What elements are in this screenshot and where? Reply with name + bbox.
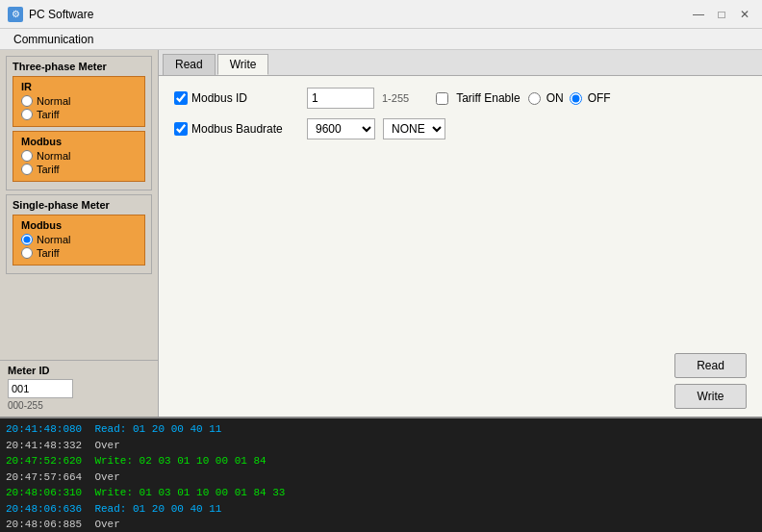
modbus-single-tariff-radio[interactable] (21, 247, 33, 259)
modbus-id-checkbox[interactable] (174, 91, 188, 105)
three-phase-title: Three-phase Meter (13, 61, 145, 72)
meter-id-section: Meter ID 000-255 (0, 360, 158, 417)
log-line: 20:48:06:885 Over (6, 517, 756, 532)
modbus-single-normal-label: Normal (37, 234, 70, 245)
left-top: Three-phase Meter IR Normal Tariff Modb (0, 50, 158, 360)
on-label: ON (546, 91, 564, 105)
off-radio[interactable] (570, 92, 582, 105)
meter-id-label: Meter ID (8, 365, 150, 376)
modbus-id-input[interactable] (307, 88, 374, 109)
close-button[interactable]: ✕ (735, 5, 754, 24)
title-bar-left: ⚙ PC Software (8, 7, 93, 22)
modbus-three-tariff-label: Tariff (37, 164, 60, 175)
modbus-id-label: Modbus ID (191, 91, 247, 105)
modbus-three-normal-radio[interactable] (21, 150, 33, 162)
tab-bar: Read Write (159, 50, 762, 76)
on-radio[interactable] (528, 92, 541, 105)
modbus-three-box: Modbus Normal Tariff (13, 131, 145, 182)
ir-title: IR (21, 81, 137, 92)
title-bar: ⚙ PC Software — □ ✕ (0, 0, 762, 29)
left-panel: Three-phase Meter IR Normal Tariff Modb (0, 50, 159, 417)
log-line: 20:41:48:080 Read: 01 20 00 40 11 (6, 421, 756, 438)
modbus-baudrate-label: Modbus Baudrate (191, 122, 283, 136)
ir-normal-label: Normal (37, 95, 70, 107)
btn-area: Read Write (674, 76, 762, 417)
parity-select[interactable]: NONE ODD EVEN (383, 118, 445, 139)
modbus-three-title: Modbus (21, 136, 137, 147)
modbus-single-tariff-row: Tariff (21, 247, 137, 259)
window-title: PC Software (29, 8, 93, 21)
tariff-enable-checkbox[interactable] (436, 92, 448, 105)
modbus-single-tariff-label: Tariff (37, 247, 60, 259)
modbus-id-range: 1-255 (382, 92, 409, 104)
minimize-button[interactable]: — (689, 5, 708, 24)
single-phase-section: Single-phase Meter Modbus Normal Tariff (6, 194, 152, 274)
modbus-three-normal-label: Normal (37, 150, 70, 162)
read-button[interactable]: Read (674, 353, 747, 378)
modbus-single-box: Modbus Normal Tariff (13, 215, 145, 266)
tab-read[interactable]: Read (163, 54, 216, 75)
tariff-enable-section: Tariff Enable ON OFF (436, 91, 611, 105)
modbus-three-tariff-row: Tariff (21, 164, 137, 175)
meter-id-input[interactable] (8, 379, 73, 398)
form-area: Modbus ID 1-255 Tariff Enable ON OFF (159, 76, 674, 417)
on-off-group: ON OFF (528, 91, 611, 105)
tariff-enable-label: Tariff Enable (456, 91, 521, 105)
off-label: OFF (588, 91, 611, 105)
baudrate-select[interactable]: 9600 19200 38400 57600 115200 (307, 118, 375, 139)
right-panel: Read Write Modbus ID 1-255 Tariff Enable (159, 50, 762, 417)
ir-tariff-row: Tariff (21, 109, 137, 120)
ir-box: IR Normal Tariff (13, 76, 145, 127)
write-button[interactable]: Write (674, 384, 747, 409)
log-area: 20:41:48:080 Read: 01 20 00 40 1120:41:4… (0, 417, 762, 532)
log-line: 20:47:52:620 Write: 02 03 01 10 00 01 84 (6, 453, 756, 469)
ir-normal-radio[interactable] (21, 95, 33, 107)
log-line: 20:48:06:636 Read: 01 20 00 40 11 (6, 501, 756, 518)
three-phase-section: Three-phase Meter IR Normal Tariff Modb (6, 56, 152, 190)
app-icon: ⚙ (8, 7, 23, 22)
modbus-single-title: Modbus (21, 219, 137, 231)
modbus-baudrate-checkbox[interactable] (174, 122, 188, 136)
log-line: 20:41:48:332 Over (6, 438, 756, 454)
meter-id-range: 000-255 (8, 400, 150, 411)
modbus-three-normal-row: Normal (21, 150, 137, 162)
tab-write[interactable]: Write (217, 54, 269, 75)
single-phase-title: Single-phase Meter (13, 199, 145, 211)
modbus-single-normal-radio[interactable] (21, 234, 33, 245)
modbus-id-checkbox-label[interactable]: Modbus ID (174, 91, 299, 105)
ir-normal-row: Normal (21, 95, 137, 107)
maximize-button[interactable]: □ (712, 5, 731, 24)
modbus-three-tariff-radio[interactable] (21, 164, 33, 175)
log-line: 20:48:06:310 Write: 01 03 01 10 00 01 84… (6, 485, 756, 501)
title-bar-controls: — □ ✕ (689, 5, 754, 24)
log-line: 20:47:57:664 Over (6, 469, 756, 486)
modbus-baudrate-checkbox-label[interactable]: Modbus Baudrate (174, 122, 299, 136)
ir-tariff-label: Tariff (37, 109, 60, 120)
menu-bar: Communication (0, 29, 762, 50)
ir-tariff-radio[interactable] (21, 109, 33, 120)
modbus-baudrate-row: Modbus Baudrate 9600 19200 38400 57600 1… (174, 118, 659, 139)
right-body: Modbus ID 1-255 Tariff Enable ON OFF (159, 76, 762, 417)
menu-communication[interactable]: Communication (6, 31, 101, 48)
modbus-single-normal-row: Normal (21, 234, 137, 245)
modbus-id-row: Modbus ID 1-255 Tariff Enable ON OFF (174, 88, 659, 109)
